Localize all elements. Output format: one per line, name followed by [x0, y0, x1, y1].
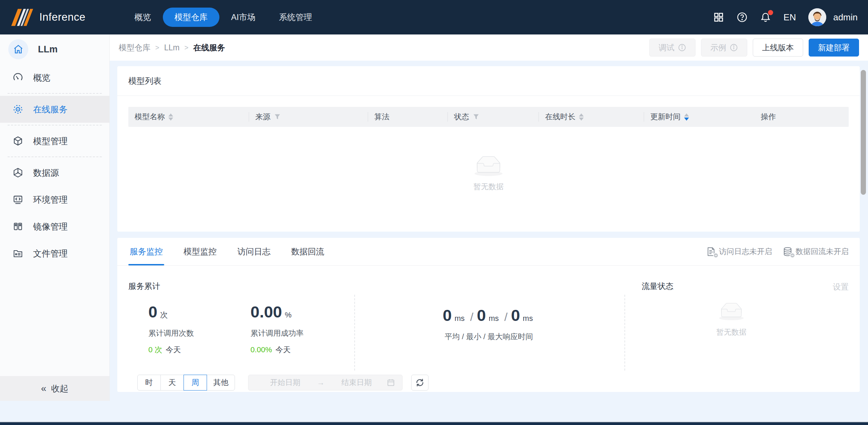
sidebar-item-environment[interactable]: 环境管理	[0, 186, 109, 213]
breadcrumb-project[interactable]: LLm	[164, 43, 180, 52]
disabled-minus-badge	[790, 253, 795, 258]
range-hour-button[interactable]: 时	[137, 375, 161, 391]
sidebar-collapse-button[interactable]: « 收起	[0, 376, 109, 401]
sidebar-item-file-management[interactable]: 文件管理	[0, 240, 109, 267]
resp-sep: /	[504, 310, 507, 323]
traffic-settings-link[interactable]: 设置	[833, 282, 849, 292]
calendar-icon	[386, 378, 395, 387]
model-list-title: 模型列表	[117, 66, 860, 96]
breadcrumb-separator: >	[184, 44, 188, 52]
brand-logo-icon	[10, 8, 33, 27]
resp-sep: /	[470, 310, 473, 323]
column-label: 在线时长	[545, 112, 575, 122]
sidebar-item-online-service[interactable]: 在线服务	[0, 96, 109, 123]
sort-carets-icon[interactable]	[579, 113, 584, 121]
app-logo[interactable]: Inference	[10, 8, 86, 27]
column-label: 操作	[761, 112, 776, 122]
start-date-placeholder: 开始日期	[255, 377, 315, 388]
access-log-disabled-banner: 访问日志未开启	[706, 246, 772, 257]
document-icon	[706, 246, 716, 257]
nav-item-model-repo[interactable]: 模型仓库	[163, 8, 219, 27]
notifications-bell-icon[interactable]	[760, 12, 771, 23]
column-label: 更新时间	[650, 112, 681, 122]
resp-min: 0	[477, 306, 486, 324]
info-circle-icon	[678, 43, 686, 52]
example-button[interactable]: 示例	[701, 39, 747, 57]
column-algorithm[interactable]: 算法	[368, 107, 448, 127]
sidebar-item-datasource[interactable]: 数据源	[0, 159, 109, 186]
column-label: 模型名称	[135, 112, 165, 122]
language-toggle[interactable]: EN	[783, 12, 796, 23]
datasource-icon	[12, 167, 23, 178]
range-other-button[interactable]: 其他	[207, 375, 235, 391]
tab-model-monitor[interactable]: 模型监控	[182, 238, 218, 265]
column-model-name[interactable]: 模型名称	[128, 107, 249, 127]
traffic-empty-state: 暂无数据	[624, 302, 838, 337]
column-update-time[interactable]: 更新时间	[644, 107, 754, 127]
column-online-duration[interactable]: 在线时长	[539, 107, 644, 127]
breadcrumb-current: 在线服务	[193, 42, 225, 53]
filter-funnel-icon[interactable]	[473, 113, 480, 120]
apps-grid-icon[interactable]	[713, 12, 724, 23]
stat-today-value: 0.00%	[250, 345, 272, 354]
username[interactable]: admin	[833, 12, 858, 23]
nav-item-system[interactable]: 系统管理	[267, 8, 324, 27]
data-backflow-disabled-banner: 数据回流未开启	[782, 246, 849, 257]
sidebar-item-label: 文件管理	[33, 248, 68, 259]
sidebar-item-label: 镜像管理	[33, 221, 68, 232]
breadcrumb-separator: >	[155, 44, 159, 52]
model-table-empty-state: 暂无数据	[117, 130, 860, 216]
refresh-button[interactable]	[411, 375, 428, 391]
page-header: 模型仓库 > LLm > 在线服务 调试 示例 上线版本 新建部署	[110, 34, 868, 61]
database-icon	[782, 246, 793, 257]
range-day-button[interactable]: 天	[160, 375, 184, 391]
environment-monitor-icon	[12, 194, 23, 205]
banner-label: 数据回流未开启	[796, 246, 849, 257]
filter-funnel-icon[interactable]	[274, 113, 281, 120]
tab-data-backflow[interactable]: 数据回流	[290, 238, 326, 265]
resp-unit: ms	[523, 314, 533, 323]
sidebar-item-project[interactable]: LLm	[0, 34, 109, 64]
folder-icon	[12, 248, 23, 259]
sidebar-project-label: LLm	[38, 44, 58, 55]
empty-box-icon	[716, 302, 747, 321]
help-icon[interactable]	[737, 12, 748, 23]
vertical-scrollbar-thumb[interactable]	[861, 70, 866, 195]
debug-label: 调试	[659, 42, 674, 53]
sort-carets-icon[interactable]	[168, 113, 173, 121]
debug-button[interactable]: 调试	[649, 39, 696, 57]
notification-dot	[768, 10, 773, 15]
stat-label: 累计调用次数	[148, 328, 194, 338]
primary-nav: 概览 模型仓库 AI市场 系统管理	[123, 8, 324, 27]
time-range-controls: 时 天 周 其他 开始日期 → 结束日期	[128, 375, 849, 391]
breadcrumb: 模型仓库 > LLm > 在线服务	[119, 42, 225, 53]
resp-unit: ms	[454, 314, 464, 323]
sidebar-item-label: 环境管理	[33, 194, 68, 205]
nav-item-overview[interactable]: 概览	[123, 8, 163, 27]
range-button-group: 时 天 周 其他	[137, 375, 235, 391]
user-avatar[interactable]	[808, 8, 826, 26]
online-version-button[interactable]: 上线版本	[753, 39, 803, 57]
sidebar-item-image-management[interactable]: 镜像管理	[0, 213, 109, 240]
breadcrumb-model-repo[interactable]: 模型仓库	[119, 42, 150, 53]
traffic-status-title: 流量状态	[642, 281, 673, 292]
tab-service-monitor[interactable]: 服务监控	[128, 238, 164, 265]
range-week-button[interactable]: 周	[184, 375, 207, 391]
stat-today-suffix: 今天	[275, 345, 290, 354]
sort-carets-icon[interactable]	[684, 113, 689, 121]
nav-item-ai-market[interactable]: AI市场	[219, 8, 267, 27]
sidebar-item-model-management[interactable]: 模型管理	[0, 128, 109, 154]
stat-today-suffix: 今天	[166, 345, 181, 354]
tab-access-log[interactable]: 访问日志	[236, 238, 272, 265]
stat-today-value: 0 次	[148, 345, 162, 354]
new-deploy-button[interactable]: 新建部署	[809, 39, 859, 57]
home-icon	[8, 39, 28, 59]
date-range-picker[interactable]: 开始日期 → 结束日期	[248, 375, 403, 391]
disabled-minus-badge	[713, 253, 719, 258]
brand-name: Inference	[39, 11, 86, 23]
end-date-placeholder: 结束日期	[327, 377, 386, 388]
column-source[interactable]: 来源	[249, 107, 368, 127]
column-status[interactable]: 状态	[448, 107, 539, 127]
sidebar-item-overview[interactable]: 概览	[0, 64, 109, 91]
resp-unit: ms	[489, 314, 499, 323]
